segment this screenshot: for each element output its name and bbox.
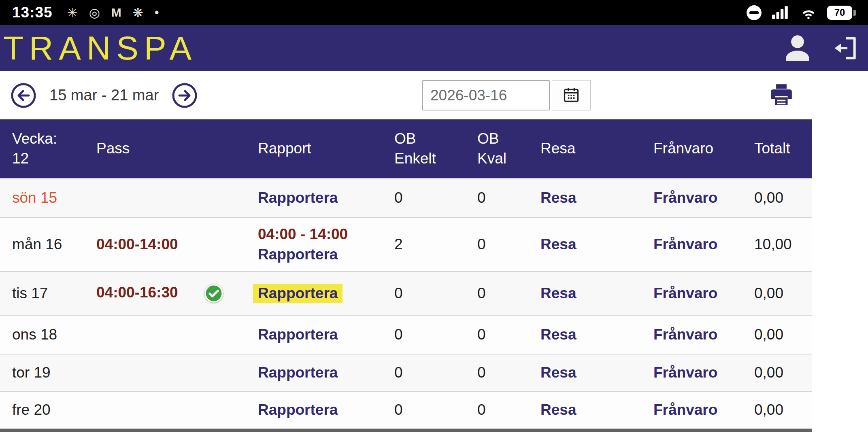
rapportera-link-highlighted[interactable]: Rapportera — [253, 284, 343, 303]
pass-time[interactable]: 04:00-14:00 — [96, 236, 178, 253]
ob-kval-value: 0 — [477, 364, 486, 381]
printer-icon — [768, 82, 795, 108]
franvaro-link[interactable]: Frånvaro — [653, 326, 717, 343]
table-header-row: Vecka: 12 Pass Rapport OB Enkelt OB Kval… — [0, 119, 812, 178]
franvaro-link[interactable]: Frånvaro — [653, 236, 717, 253]
franvaro-link[interactable]: Frånvaro — [653, 401, 717, 418]
col-header-ob-kval: OB Kval — [465, 119, 528, 178]
day-label: tor 19 — [12, 364, 51, 381]
cell-signal-icon — [771, 5, 790, 20]
more-notifications-dot: • — [155, 5, 159, 20]
rapportera-link[interactable]: Rapportera — [258, 326, 338, 343]
ob-enkelt-value: 0 — [394, 364, 403, 381]
franvaro-link[interactable]: Frånvaro — [653, 189, 717, 206]
col-header-resa: Resa — [528, 119, 641, 178]
next-row-cutoff-line — [0, 429, 812, 432]
schedule-table: Vecka: 12 Pass Rapport OB Enkelt OB Kval… — [0, 119, 812, 429]
rapportera-link[interactable]: Rapportera — [258, 401, 338, 418]
ob-kval-value: 0 — [477, 401, 486, 418]
previous-week-button[interactable] — [11, 83, 36, 108]
calendar-icon — [562, 86, 580, 105]
resa-link[interactable]: Resa — [540, 401, 576, 418]
do-not-disturb-icon — [747, 5, 762, 20]
ob-kval-value: 0 — [477, 236, 486, 253]
table-row-tor-19: tor 19 Rapportera 0 0 Resa Frånvaro 0,00 — [0, 354, 812, 391]
gmail-notification-icon: M — [111, 6, 121, 19]
total-value: 0,00 — [754, 326, 783, 343]
app-header: TRANSPA — [0, 25, 868, 71]
resa-link[interactable]: Resa — [540, 285, 576, 302]
asterisk-notification-icon: ✳ — [67, 5, 78, 20]
date-picker — [422, 71, 591, 119]
total-value: 0,00 — [754, 285, 783, 301]
total-value: 0,00 — [754, 189, 783, 206]
col-header-franvaro: Frånvaro — [641, 119, 742, 178]
ob-enkelt-value: 2 — [394, 236, 403, 253]
status-indicators: 70 — [747, 5, 856, 20]
print-button[interactable] — [768, 71, 795, 119]
week-range-label: 15 mar - 21 mar — [49, 87, 159, 104]
ob-enkelt-value: 0 — [394, 189, 403, 206]
clock: 13:35 — [12, 4, 53, 21]
report-time[interactable]: 04:00 - 14:00 — [258, 224, 370, 244]
date-input[interactable] — [422, 80, 550, 110]
calendar-button[interactable] — [552, 80, 591, 110]
battery-level: 70 — [827, 6, 852, 20]
table-row-fre-20: fre 20 Rapportera 0 0 Resa Frånvaro 0,00 — [0, 391, 812, 429]
table-row-tis-17: tis 17 04:00-16:30 Rapportera 0 0 Resa F… — [0, 272, 812, 315]
ob-enkelt-value: 0 — [394, 401, 403, 418]
total-value: 0,00 — [754, 364, 783, 381]
day-label: tis 17 — [12, 285, 48, 301]
next-week-button[interactable] — [172, 83, 198, 108]
table-row-son-15: sön 15 Rapportera 0 0 Resa Frånvaro 0,00 — [0, 178, 812, 217]
resa-link[interactable]: Resa — [540, 326, 576, 343]
rapportera-link[interactable]: Rapportera — [258, 189, 338, 206]
ob-kval-value: 0 — [477, 326, 486, 343]
day-label: ons 18 — [12, 326, 57, 343]
week-toolbar: 15 mar - 21 mar — [0, 71, 868, 119]
franvaro-link[interactable]: Frånvaro — [653, 364, 717, 381]
rapportera-link[interactable]: Rapportera — [258, 244, 338, 265]
brand-logo: TRANSPA — [0, 25, 197, 71]
col-header-totalt: Totalt — [742, 119, 812, 178]
header-actions — [782, 25, 859, 71]
ob-kval-value: 0 — [477, 189, 486, 206]
notification-icons: ✳ ◎ M ❋ • — [67, 5, 159, 20]
user-profile-icon[interactable] — [782, 33, 813, 64]
day-label: mån 16 — [12, 236, 62, 253]
day-label: sön 15 — [12, 189, 57, 206]
wifi-icon — [800, 5, 817, 20]
pass-time[interactable]: 04:00-16:30 — [96, 284, 178, 301]
rapportera-link[interactable]: Rapportera — [258, 364, 338, 381]
day-label: fre 20 — [12, 401, 51, 418]
resa-link[interactable]: Resa — [540, 364, 576, 381]
col-header-vecka: Vecka: 12 — [0, 119, 84, 178]
ob-enkelt-value: 0 — [394, 326, 403, 343]
ob-kval-value: 0 — [477, 285, 486, 301]
chrome-notification-icon: ◎ — [89, 5, 100, 20]
table-row-man-16: mån 16 04:00-14:00 04:00 - 14:00 Rapport… — [0, 217, 812, 272]
shift-approved-icon — [204, 284, 223, 303]
ob-enkelt-value: 0 — [394, 285, 403, 301]
logout-icon[interactable] — [832, 34, 859, 62]
flower-notification-icon: ❋ — [133, 5, 143, 20]
page: 13:35 ✳ ◎ M ❋ • 70 TRANSPA — [0, 0, 868, 435]
resa-link[interactable]: Resa — [540, 236, 576, 253]
franvaro-link[interactable]: Frånvaro — [653, 285, 717, 302]
total-value: 0,00 — [754, 401, 783, 418]
col-header-pass: Pass — [84, 119, 246, 178]
col-header-ob-enkelt: OB Enkelt — [382, 119, 465, 178]
status-bar: 13:35 ✳ ◎ M ❋ • 70 — [0, 0, 868, 25]
battery-nub — [853, 10, 856, 16]
battery-indicator: 70 — [827, 6, 856, 20]
table-row-ons-18: ons 18 Rapportera 0 0 Resa Frånvaro 0,00 — [0, 315, 812, 354]
resa-link[interactable]: Resa — [540, 189, 576, 206]
total-value: 10,00 — [754, 236, 792, 253]
col-header-rapport: Rapport — [246, 119, 382, 178]
